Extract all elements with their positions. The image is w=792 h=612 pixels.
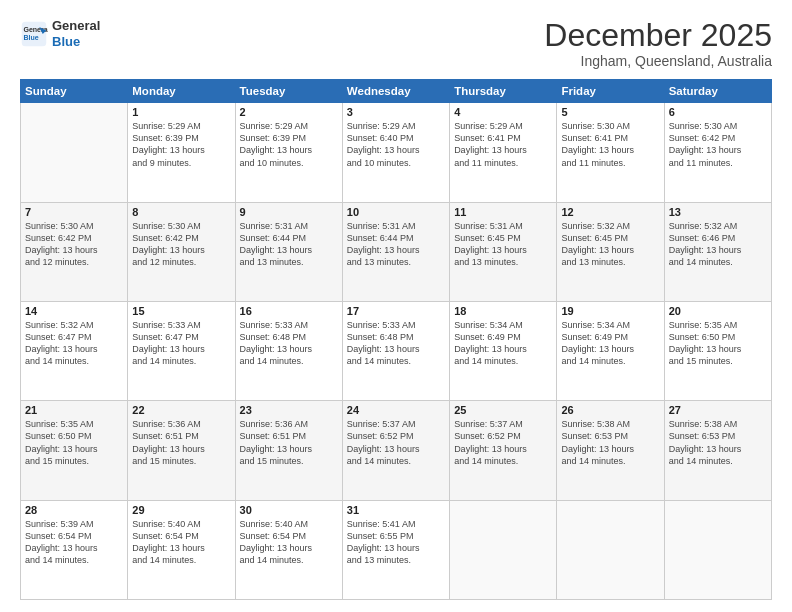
calendar-cell: 11Sunrise: 5:31 AM Sunset: 6:45 PM Dayli… bbox=[450, 202, 557, 301]
day-number: 17 bbox=[347, 305, 445, 317]
header-sunday: Sunday bbox=[21, 80, 128, 103]
day-info: Sunrise: 5:29 AM Sunset: 6:39 PM Dayligh… bbox=[132, 120, 230, 169]
day-info: Sunrise: 5:38 AM Sunset: 6:53 PM Dayligh… bbox=[561, 418, 659, 467]
day-info: Sunrise: 5:30 AM Sunset: 6:42 PM Dayligh… bbox=[25, 220, 123, 269]
calendar-cell bbox=[557, 500, 664, 599]
day-number: 6 bbox=[669, 106, 767, 118]
day-number: 2 bbox=[240, 106, 338, 118]
day-info: Sunrise: 5:31 AM Sunset: 6:45 PM Dayligh… bbox=[454, 220, 552, 269]
day-info: Sunrise: 5:32 AM Sunset: 6:46 PM Dayligh… bbox=[669, 220, 767, 269]
calendar-cell: 6Sunrise: 5:30 AM Sunset: 6:42 PM Daylig… bbox=[664, 103, 771, 202]
calendar-cell: 23Sunrise: 5:36 AM Sunset: 6:51 PM Dayli… bbox=[235, 401, 342, 500]
day-info: Sunrise: 5:33 AM Sunset: 6:48 PM Dayligh… bbox=[347, 319, 445, 368]
day-number: 10 bbox=[347, 206, 445, 218]
day-info: Sunrise: 5:29 AM Sunset: 6:39 PM Dayligh… bbox=[240, 120, 338, 169]
day-info: Sunrise: 5:30 AM Sunset: 6:41 PM Dayligh… bbox=[561, 120, 659, 169]
day-info: Sunrise: 5:32 AM Sunset: 6:45 PM Dayligh… bbox=[561, 220, 659, 269]
calendar-week-row-3: 21Sunrise: 5:35 AM Sunset: 6:50 PM Dayli… bbox=[21, 401, 772, 500]
svg-text:Blue: Blue bbox=[24, 34, 39, 41]
calendar-table: Sunday Monday Tuesday Wednesday Thursday… bbox=[20, 79, 772, 600]
logo: General Blue General Blue bbox=[20, 18, 100, 49]
day-number: 4 bbox=[454, 106, 552, 118]
day-number: 13 bbox=[669, 206, 767, 218]
calendar-cell: 13Sunrise: 5:32 AM Sunset: 6:46 PM Dayli… bbox=[664, 202, 771, 301]
logo-line2: Blue bbox=[52, 34, 100, 50]
day-info: Sunrise: 5:29 AM Sunset: 6:40 PM Dayligh… bbox=[347, 120, 445, 169]
day-number: 21 bbox=[25, 404, 123, 416]
day-info: Sunrise: 5:40 AM Sunset: 6:54 PM Dayligh… bbox=[132, 518, 230, 567]
day-info: Sunrise: 5:40 AM Sunset: 6:54 PM Dayligh… bbox=[240, 518, 338, 567]
calendar-cell: 20Sunrise: 5:35 AM Sunset: 6:50 PM Dayli… bbox=[664, 301, 771, 400]
header-saturday: Saturday bbox=[664, 80, 771, 103]
calendar-cell: 15Sunrise: 5:33 AM Sunset: 6:47 PM Dayli… bbox=[128, 301, 235, 400]
logo-line1: General bbox=[52, 18, 100, 34]
calendar-cell: 10Sunrise: 5:31 AM Sunset: 6:44 PM Dayli… bbox=[342, 202, 449, 301]
calendar-cell: 9Sunrise: 5:31 AM Sunset: 6:44 PM Daylig… bbox=[235, 202, 342, 301]
calendar-cell: 21Sunrise: 5:35 AM Sunset: 6:50 PM Dayli… bbox=[21, 401, 128, 500]
calendar-cell: 1Sunrise: 5:29 AM Sunset: 6:39 PM Daylig… bbox=[128, 103, 235, 202]
calendar-week-row-4: 28Sunrise: 5:39 AM Sunset: 6:54 PM Dayli… bbox=[21, 500, 772, 599]
calendar-cell: 8Sunrise: 5:30 AM Sunset: 6:42 PM Daylig… bbox=[128, 202, 235, 301]
weekday-header-row: Sunday Monday Tuesday Wednesday Thursday… bbox=[21, 80, 772, 103]
day-number: 9 bbox=[240, 206, 338, 218]
day-info: Sunrise: 5:35 AM Sunset: 6:50 PM Dayligh… bbox=[669, 319, 767, 368]
calendar-cell: 18Sunrise: 5:34 AM Sunset: 6:49 PM Dayli… bbox=[450, 301, 557, 400]
logo-text: General Blue bbox=[52, 18, 100, 49]
calendar-cell: 16Sunrise: 5:33 AM Sunset: 6:48 PM Dayli… bbox=[235, 301, 342, 400]
day-info: Sunrise: 5:33 AM Sunset: 6:47 PM Dayligh… bbox=[132, 319, 230, 368]
day-number: 1 bbox=[132, 106, 230, 118]
calendar-cell: 14Sunrise: 5:32 AM Sunset: 6:47 PM Dayli… bbox=[21, 301, 128, 400]
day-info: Sunrise: 5:33 AM Sunset: 6:48 PM Dayligh… bbox=[240, 319, 338, 368]
day-number: 8 bbox=[132, 206, 230, 218]
calendar-cell: 25Sunrise: 5:37 AM Sunset: 6:52 PM Dayli… bbox=[450, 401, 557, 500]
day-info: Sunrise: 5:41 AM Sunset: 6:55 PM Dayligh… bbox=[347, 518, 445, 567]
calendar-cell bbox=[664, 500, 771, 599]
day-number: 31 bbox=[347, 504, 445, 516]
calendar-cell: 26Sunrise: 5:38 AM Sunset: 6:53 PM Dayli… bbox=[557, 401, 664, 500]
day-info: Sunrise: 5:39 AM Sunset: 6:54 PM Dayligh… bbox=[25, 518, 123, 567]
day-number: 19 bbox=[561, 305, 659, 317]
month-title: December 2025 bbox=[544, 18, 772, 53]
day-number: 18 bbox=[454, 305, 552, 317]
day-number: 29 bbox=[132, 504, 230, 516]
day-info: Sunrise: 5:37 AM Sunset: 6:52 PM Dayligh… bbox=[454, 418, 552, 467]
calendar-week-row-1: 7Sunrise: 5:30 AM Sunset: 6:42 PM Daylig… bbox=[21, 202, 772, 301]
day-number: 28 bbox=[25, 504, 123, 516]
calendar-cell: 29Sunrise: 5:40 AM Sunset: 6:54 PM Dayli… bbox=[128, 500, 235, 599]
calendar-cell bbox=[21, 103, 128, 202]
header-wednesday: Wednesday bbox=[342, 80, 449, 103]
calendar-cell: 4Sunrise: 5:29 AM Sunset: 6:41 PM Daylig… bbox=[450, 103, 557, 202]
day-number: 30 bbox=[240, 504, 338, 516]
day-number: 15 bbox=[132, 305, 230, 317]
day-number: 14 bbox=[25, 305, 123, 317]
header-monday: Monday bbox=[128, 80, 235, 103]
page: General Blue General Blue December 2025 … bbox=[0, 0, 792, 612]
header-tuesday: Tuesday bbox=[235, 80, 342, 103]
calendar-cell: 22Sunrise: 5:36 AM Sunset: 6:51 PM Dayli… bbox=[128, 401, 235, 500]
header-friday: Friday bbox=[557, 80, 664, 103]
day-number: 25 bbox=[454, 404, 552, 416]
day-number: 26 bbox=[561, 404, 659, 416]
day-info: Sunrise: 5:34 AM Sunset: 6:49 PM Dayligh… bbox=[561, 319, 659, 368]
calendar-cell: 5Sunrise: 5:30 AM Sunset: 6:41 PM Daylig… bbox=[557, 103, 664, 202]
calendar-cell: 31Sunrise: 5:41 AM Sunset: 6:55 PM Dayli… bbox=[342, 500, 449, 599]
day-info: Sunrise: 5:31 AM Sunset: 6:44 PM Dayligh… bbox=[347, 220, 445, 269]
day-info: Sunrise: 5:35 AM Sunset: 6:50 PM Dayligh… bbox=[25, 418, 123, 467]
day-number: 7 bbox=[25, 206, 123, 218]
day-number: 20 bbox=[669, 305, 767, 317]
header-thursday: Thursday bbox=[450, 80, 557, 103]
day-number: 3 bbox=[347, 106, 445, 118]
calendar-cell bbox=[450, 500, 557, 599]
header: General Blue General Blue December 2025 … bbox=[20, 18, 772, 69]
day-info: Sunrise: 5:29 AM Sunset: 6:41 PM Dayligh… bbox=[454, 120, 552, 169]
calendar-cell: 28Sunrise: 5:39 AM Sunset: 6:54 PM Dayli… bbox=[21, 500, 128, 599]
day-number: 12 bbox=[561, 206, 659, 218]
day-number: 23 bbox=[240, 404, 338, 416]
day-info: Sunrise: 5:32 AM Sunset: 6:47 PM Dayligh… bbox=[25, 319, 123, 368]
day-info: Sunrise: 5:38 AM Sunset: 6:53 PM Dayligh… bbox=[669, 418, 767, 467]
calendar-week-row-2: 14Sunrise: 5:32 AM Sunset: 6:47 PM Dayli… bbox=[21, 301, 772, 400]
calendar-cell: 2Sunrise: 5:29 AM Sunset: 6:39 PM Daylig… bbox=[235, 103, 342, 202]
location-subtitle: Ingham, Queensland, Australia bbox=[544, 53, 772, 69]
day-info: Sunrise: 5:34 AM Sunset: 6:49 PM Dayligh… bbox=[454, 319, 552, 368]
day-number: 16 bbox=[240, 305, 338, 317]
